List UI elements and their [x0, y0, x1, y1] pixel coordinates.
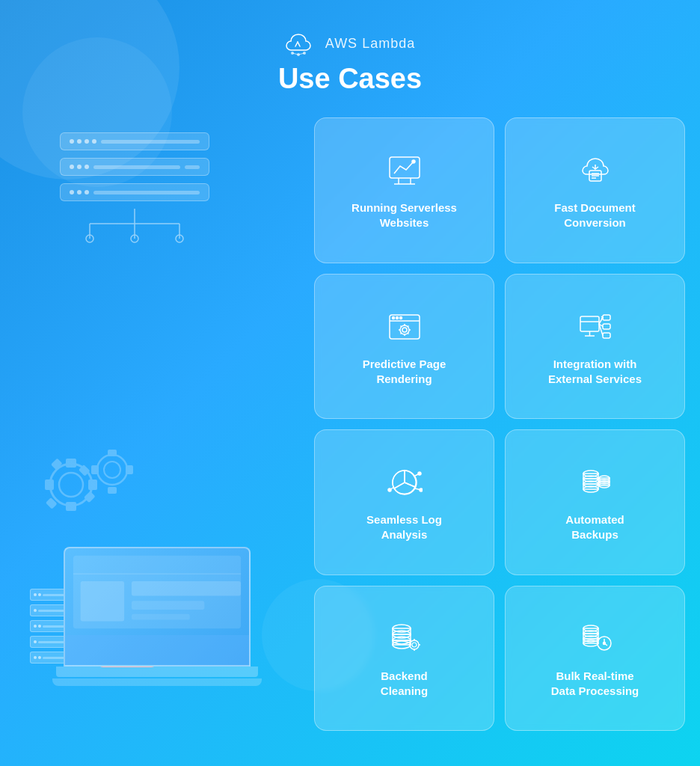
svg-rect-35	[132, 601, 205, 610]
svg-point-41	[412, 160, 415, 163]
card-seamless-log[interactable]: Seamless LogAnalysis	[314, 429, 494, 575]
card-label-automated-backups: AutomatedBackups	[565, 512, 624, 543]
svg-rect-30	[126, 465, 133, 474]
browser-settings-icon	[384, 306, 426, 348]
svg-line-0	[295, 42, 298, 46]
svg-point-50	[399, 316, 402, 319]
svg-rect-65	[603, 315, 610, 320]
card-label-bulk-realtime: Bulk Real-timeData Processing	[551, 669, 639, 699]
header-subtitle: AWS Lambda	[325, 36, 415, 52]
monitor-chart-icon	[384, 150, 426, 192]
devices-illustration: ✓ ✓	[30, 477, 284, 686]
aws-lambda-icon	[285, 30, 312, 60]
left-illustration: ✓ ✓	[15, 110, 299, 731]
svg-rect-29	[91, 465, 99, 474]
card-label-seamless-log: Seamless LogAnalysis	[366, 512, 442, 543]
svg-line-60	[408, 325, 408, 326]
network-connect-icon	[574, 306, 616, 348]
main-layout: ✓ ✓	[0, 110, 700, 746]
svg-point-26	[104, 462, 120, 478]
card-automated-backups[interactable]: AutomatedBackups	[505, 429, 685, 575]
db-time-icon	[574, 618, 616, 660]
svg-rect-36	[132, 614, 190, 620]
card-label-integration-external: Integration withExternal Services	[548, 357, 642, 387]
svg-rect-33	[81, 581, 125, 622]
card-predictive-page[interactable]: Predictive PageRendering	[314, 274, 494, 420]
svg-point-52	[402, 328, 407, 332]
pie-chart-icon	[384, 462, 426, 503]
database-backup-icon	[574, 462, 616, 503]
laptop-device	[52, 547, 262, 686]
svg-point-113	[603, 642, 605, 644]
use-cases-grid: Running ServerlessWebsites Fast Document…	[314, 110, 685, 731]
svg-line-1	[298, 42, 300, 46]
db-settings-icon	[384, 618, 426, 660]
cloud-document-icon	[574, 150, 616, 192]
svg-point-97	[410, 640, 419, 649]
card-fast-document[interactable]: Fast DocumentConversion	[505, 117, 685, 263]
server-rack-group	[60, 132, 209, 254]
svg-rect-66	[603, 324, 610, 329]
svg-point-48	[392, 316, 394, 319]
card-label-fast-document: Fast DocumentConversion	[554, 200, 635, 231]
svg-line-58	[408, 333, 408, 334]
svg-rect-21	[51, 459, 63, 471]
svg-rect-27	[108, 450, 117, 456]
laptop-screen	[64, 547, 251, 667]
server-rack-3	[60, 183, 209, 201]
card-label-running-serverless: Running ServerlessWebsites	[351, 200, 457, 231]
svg-point-77	[388, 488, 391, 491]
card-label-backend-cleaning: BackendCleaning	[381, 669, 428, 699]
card-label-predictive-page: Predictive PageRendering	[363, 357, 446, 387]
svg-point-75	[418, 472, 421, 475]
card-running-serverless[interactable]: Running ServerlessWebsites	[314, 117, 494, 263]
svg-rect-34	[132, 581, 241, 596]
card-bulk-realtime[interactable]: Bulk Real-timeData Processing	[505, 586, 685, 732]
card-integration-external[interactable]: Integration withExternal Services	[505, 274, 685, 420]
server-rack-1	[60, 132, 209, 150]
svg-point-76	[420, 488, 423, 491]
laptop-base	[56, 667, 258, 677]
laptop-stand	[52, 678, 262, 686]
svg-rect-67	[603, 333, 610, 338]
svg-line-59	[400, 333, 401, 334]
svg-line-57	[400, 325, 401, 326]
svg-rect-17	[66, 459, 76, 468]
svg-rect-61	[580, 316, 599, 331]
svg-point-49	[396, 316, 398, 319]
card-backend-cleaning[interactable]: BackendCleaning	[314, 586, 494, 732]
svg-point-98	[412, 643, 417, 647]
server-rack-2	[60, 158, 209, 176]
